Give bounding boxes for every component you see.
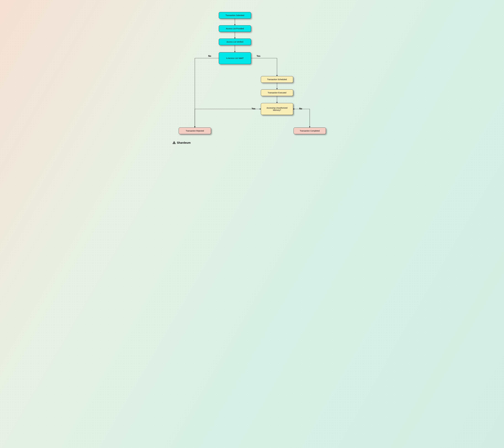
flowchart-canvas: Transaction Submited Access List Provide… xyxy=(169,0,335,148)
connectors xyxy=(169,0,335,148)
node-label: Accessing Unauthorized Memory? xyxy=(262,107,292,111)
edge-label-unauth-no: No xyxy=(299,108,302,110)
edge-label-valid-no: No xyxy=(208,55,211,57)
node-transaction-rejected: Transaction Rejected xyxy=(179,128,211,134)
node-transaction-completed: Transaction Completed xyxy=(294,128,326,134)
node-label: Access List Verified xyxy=(226,41,243,43)
shardeum-logo-icon xyxy=(172,141,176,144)
node-access-list-verified: Access List Verified xyxy=(219,38,251,45)
node-access-list-valid-decision: Is Access List Valid? xyxy=(219,52,251,64)
brand: Shardeum xyxy=(172,141,191,144)
brand-name: Shardeum xyxy=(177,141,191,144)
node-transaction-submitted: Transaction Submited xyxy=(219,12,251,19)
node-access-list-provided: Access List Provided xyxy=(219,25,251,32)
node-label: Access List Provided xyxy=(226,27,244,30)
edge-label-valid-yes: Yes xyxy=(256,55,260,57)
node-transaction-executed: Transaction Executed xyxy=(261,89,293,96)
node-label: Transaction Scheduled xyxy=(267,78,287,80)
node-label: Transaction Submited xyxy=(225,14,244,17)
node-label: Transaction Executed xyxy=(268,92,286,94)
node-unauthorized-memory-decision: Accessing Unauthorized Memory? xyxy=(261,103,293,115)
node-transaction-scheduled: Transaction Scheduled xyxy=(261,76,293,83)
node-label: Transaction Completed xyxy=(300,130,320,132)
node-label: Is Access List Valid? xyxy=(226,57,244,59)
node-label: Transaction Rejected xyxy=(186,130,204,132)
edge-label-unauth-yes: Yes xyxy=(252,108,255,110)
